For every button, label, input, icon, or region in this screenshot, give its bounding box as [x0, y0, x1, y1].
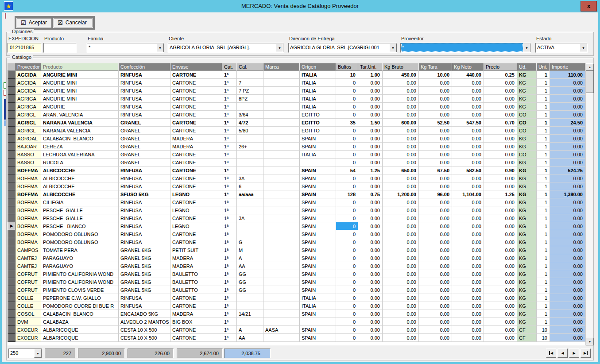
- cell-kg-tara[interactable]: 96.00: [419, 190, 452, 198]
- cell-precio[interactable]: 0.00: [484, 294, 517, 302]
- cell-proveedor[interactable]: COLLE: [15, 302, 41, 310]
- cell-kg-tara[interactable]: 0.00: [419, 334, 452, 342]
- cell-uni[interactable]: 10: [537, 334, 550, 342]
- cell-proveedor[interactable]: BAJOAR: [15, 143, 41, 151]
- cell-proveedor[interactable]: BOFFMA: [15, 167, 41, 174]
- estado-dropdown-button[interactable]: ▼: [580, 43, 587, 52]
- cell-cal[interactable]: AA: [237, 334, 263, 342]
- cell-marca[interactable]: [263, 214, 300, 222]
- cell-envase[interactable]: BAULETTO: [170, 270, 222, 278]
- cell-uni[interactable]: 1: [537, 206, 550, 214]
- cell-envase[interactable]: CARTONE: [170, 174, 222, 182]
- cell-kg-bruto[interactable]: 0.00: [383, 79, 419, 87]
- cell-envase[interactable]: CARTONE: [170, 230, 222, 238]
- cell-origen[interactable]: ITALIA: [300, 103, 336, 111]
- cell-marca[interactable]: [263, 230, 300, 238]
- cell-tar-uni[interactable]: 0.00: [358, 254, 383, 262]
- cell-proveedor[interactable]: AGROAL: [15, 135, 41, 143]
- cell-kg-bruto[interactable]: 0.00: [383, 222, 419, 230]
- cell-cal[interactable]: [237, 302, 263, 310]
- cell-marca[interactable]: [263, 286, 300, 294]
- cell-marca[interactable]: [263, 119, 300, 127]
- cell-envase[interactable]: CARTONE: [170, 127, 222, 135]
- cell-uni[interactable]: 1: [537, 119, 550, 127]
- familia-select[interactable]: * ▼: [87, 43, 164, 53]
- cell-envase[interactable]: CARTONE: [170, 302, 222, 310]
- cell-origen[interactable]: SPAIN: [300, 198, 336, 206]
- cell-cal[interactable]: M: [237, 246, 263, 254]
- cell-kg-tara[interactable]: 0.00: [419, 302, 452, 310]
- cell-bultos[interactable]: 0: [336, 278, 358, 286]
- cell-producto[interactable]: ANGURIE MINI: [41, 95, 119, 103]
- proveedor-select[interactable]: * ▼: [400, 43, 531, 53]
- cell-envase[interactable]: LEGNO: [170, 190, 222, 198]
- cell-marca[interactable]: [263, 262, 300, 270]
- cell-importe[interactable]: 0.00: [550, 302, 585, 310]
- cell-confeccion[interactable]: GRANEL: [119, 159, 170, 167]
- cell-confeccion[interactable]: RINFUSA: [119, 206, 170, 214]
- cell-kg-bruto[interactable]: 0.00: [383, 206, 419, 214]
- cell-origen[interactable]: EGITTO: [300, 119, 336, 127]
- cell-confeccion[interactable]: RINFUSA: [119, 103, 170, 111]
- cell-uni[interactable]: 1: [537, 103, 550, 111]
- cell-kg-neto[interactable]: 0.00: [452, 159, 484, 167]
- cell-confeccion[interactable]: GRANEL 5KG: [119, 286, 170, 294]
- cell-marca[interactable]: [263, 334, 300, 342]
- cell-precio[interactable]: 0.00: [484, 182, 517, 190]
- column-header-origen[interactable]: Origen: [300, 63, 336, 71]
- cell-importe[interactable]: 0.00: [550, 159, 585, 167]
- cell-producto[interactable]: PARAGUAYO: [41, 254, 119, 262]
- cell-ud[interactable]: CO: [517, 151, 537, 159]
- cell-kg-tara[interactable]: 0.00: [419, 278, 452, 286]
- cell-kg-neto[interactable]: 0.00: [452, 198, 484, 206]
- row-selector[interactable]: [8, 190, 15, 198]
- cell-proveedor[interactable]: BOFFMA: [15, 222, 41, 230]
- row-selector[interactable]: [8, 326, 15, 334]
- cell-marca[interactable]: [263, 79, 300, 87]
- cell-kg-tara[interactable]: 0.00: [419, 326, 452, 334]
- cell-proveedor[interactable]: BOFFMA: [15, 230, 41, 238]
- row-selector[interactable]: [8, 278, 15, 286]
- row-selector[interactable]: [8, 71, 15, 79]
- cell-kg-neto[interactable]: 0.00: [452, 111, 484, 119]
- cell-uni[interactable]: 1: [537, 151, 550, 159]
- cell-marca[interactable]: [263, 270, 300, 278]
- cell-bultos[interactable]: 0: [336, 238, 358, 246]
- cell-cal[interactable]: G: [237, 238, 263, 246]
- cell-tar-uni[interactable]: 0.00: [358, 198, 383, 206]
- cell-envase[interactable]: CARTONE: [170, 95, 222, 103]
- cell-importe[interactable]: 1,380.00: [550, 190, 585, 198]
- cell-kg-bruto[interactable]: 600.00: [383, 119, 419, 127]
- cell-tar-uni[interactable]: 0.00: [358, 103, 383, 111]
- cell-kg-bruto[interactable]: 0.00: [383, 87, 419, 95]
- cell-kg-neto[interactable]: 0.00: [452, 214, 484, 222]
- cell-importe[interactable]: 0.00: [550, 127, 585, 135]
- cell-precio[interactable]: 0.90: [484, 167, 517, 174]
- cell-confeccion[interactable]: GRANEL: [119, 127, 170, 135]
- cell-cat[interactable]: 1ª: [222, 270, 237, 278]
- cell-precio[interactable]: 0.00: [484, 143, 517, 151]
- cell-marca[interactable]: [263, 174, 300, 182]
- cell-origen[interactable]: SPAIN: [300, 238, 336, 246]
- cell-producto[interactable]: PEPERONE C.W. GIALLO: [41, 294, 119, 302]
- cell-cat[interactable]: 1ª: [222, 71, 237, 79]
- cell-proveedor[interactable]: AGCIDA: [15, 87, 41, 95]
- cell-bultos[interactable]: 0: [336, 79, 358, 87]
- cell-proveedor[interactable]: BASSO: [15, 151, 41, 159]
- cell-kg-tara[interactable]: 0.00: [419, 87, 452, 95]
- cell-cat[interactable]: 1ª: [222, 302, 237, 310]
- cell-confeccion[interactable]: RINFUSA: [119, 79, 170, 87]
- scrollbar-thumb[interactable]: [586, 71, 594, 93]
- cell-ud[interactable]: KG: [517, 230, 537, 238]
- cliente-select[interactable]: AGRICOLA GLORIA SRL.[AGRIGL]. ▼: [168, 43, 284, 53]
- cell-kg-bruto[interactable]: 0.00: [383, 334, 419, 342]
- cell-proveedor[interactable]: BOFFMA: [15, 174, 41, 182]
- cell-ud[interactable]: KG: [517, 222, 537, 230]
- cell-envase[interactable]: CARTONE: [170, 326, 222, 334]
- cell-origen[interactable]: EGITTO: [300, 127, 336, 135]
- column-header-importe[interactable]: Importe: [550, 63, 585, 71]
- direccion-entrega-select[interactable]: AGRICOLA GLORIA SRL.[CAGRIGL001 ▼: [288, 43, 397, 53]
- cell-bultos[interactable]: 0: [336, 254, 358, 262]
- cell-uni[interactable]: 1: [537, 270, 550, 278]
- cell-kg-neto[interactable]: 440.00: [452, 71, 484, 79]
